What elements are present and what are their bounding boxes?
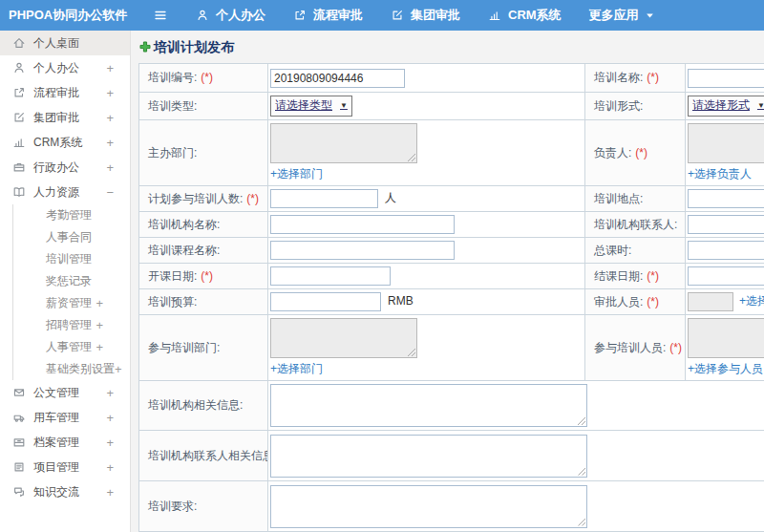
- expand-toggle-icon: +: [96, 318, 118, 332]
- expand-toggle-icon: +: [106, 436, 118, 450]
- select-participating-dept-link[interactable]: +选择部门: [270, 361, 323, 377]
- training-form-cell: 请选择形式▼: [686, 93, 764, 120]
- sidebar-subitem-training[interactable]: 培训管理: [13, 248, 130, 270]
- participating-depts-picker[interactable]: [270, 318, 417, 358]
- page-title-bar: 培训计划发布: [139, 39, 234, 56]
- sidebar-subitem-attendance[interactable]: 考勤管理: [13, 204, 130, 226]
- select-leader-link[interactable]: +选择负责人: [688, 166, 752, 182]
- sidebar-item-knowledge[interactable]: 知识交流+: [0, 479, 130, 504]
- training-name-cell: [686, 64, 764, 93]
- sidebar-item-label: 档案管理: [33, 435, 79, 451]
- nav-personal-office[interactable]: 个人办公: [196, 7, 265, 24]
- book-icon: [12, 185, 26, 199]
- sidebar-subitem-hr-mgmt[interactable]: 人事管理+: [13, 336, 130, 358]
- training-requirements-textarea[interactable]: [270, 485, 587, 528]
- end-date-input[interactable]: [688, 266, 764, 286]
- form-row: 培训编号:(*)培训名称:(*): [139, 64, 764, 93]
- menu-icon[interactable]: [150, 8, 171, 23]
- app-brand: PHPOA协同办公软件: [0, 7, 150, 24]
- leader-picker[interactable]: [688, 123, 764, 163]
- required-marker: (*): [246, 192, 259, 205]
- expand-toggle-icon: +: [106, 136, 118, 150]
- training-budget-label: 培训预算:: [139, 289, 268, 315]
- nav-more-apps[interactable]: 更多应用: [589, 7, 654, 24]
- host-dept-picker[interactable]: [270, 123, 417, 163]
- training-org-info-textarea[interactable]: [270, 384, 587, 427]
- nav-flow-approval[interactable]: 流程审批: [293, 7, 363, 24]
- approver-picker[interactable]: [688, 292, 733, 311]
- app-window: PHPOA协同办公软件 个人办公流程审批集团审批CRM系统更多应用 个人桌面个人…: [0, 0, 764, 532]
- edit-approval-icon: [12, 111, 26, 124]
- planned-participants-cell: 人: [268, 186, 585, 212]
- form-row: 培训预算:RMB审批人员:(*)+选择审批人员: [139, 289, 764, 315]
- expand-toggle-icon: +: [115, 362, 131, 376]
- training-course-name-input[interactable]: [270, 241, 455, 260]
- select-participants-link[interactable]: +选择参与人员: [688, 361, 763, 377]
- training-budget-input[interactable]: [270, 292, 381, 311]
- select-approver-link[interactable]: +选择审批人员: [739, 294, 764, 308]
- expand-toggle-icon: +: [96, 296, 118, 310]
- training-location-input[interactable]: [688, 189, 764, 208]
- select-dept-link[interactable]: +选择部门: [270, 166, 323, 182]
- sidebar-item-crm[interactable]: CRM系统+: [0, 130, 130, 155]
- sidebar-item-personal-desktop[interactable]: 个人桌面: [0, 31, 130, 55]
- sidebar-subitem-hr-contract[interactable]: 人事合同: [13, 226, 130, 248]
- sidebar-item-group-approval[interactable]: 集团审批+: [0, 105, 130, 130]
- training-no-label: 培训编号:(*): [139, 64, 268, 93]
- expand-toggle-icon: +: [106, 160, 118, 175]
- sidebar-item-project[interactable]: 项目管理+: [0, 455, 130, 479]
- sidebar-item-label: 项目管理: [33, 459, 79, 476]
- expand-toggle-icon: +: [106, 61, 118, 75]
- caret-down-icon: ▼: [757, 101, 764, 110]
- sidebar-subitem-base-category[interactable]: 基础类别设置+: [13, 358, 130, 380]
- person-icon: [196, 9, 209, 22]
- training-org-name-input[interactable]: [270, 215, 455, 234]
- sidebar-subitem-label: 薪资管理: [46, 295, 92, 311]
- form-row: 主办部门:+选择部门负责人:(*)+选择负责人: [139, 120, 764, 186]
- form-row: 培训机构名称:培训机构联系人:: [139, 212, 764, 238]
- training-org-contact-info-textarea[interactable]: [270, 435, 587, 478]
- sidebar-item-flow-approval[interactable]: 流程审批+: [0, 80, 130, 105]
- sidebar-subitem-rewards[interactable]: 奖惩记录: [13, 270, 130, 292]
- training-location-label: 培训地点:: [585, 186, 686, 212]
- sidebar-item-label: 知识交流: [33, 484, 79, 500]
- start-date-input[interactable]: [270, 266, 391, 286]
- sidebar-item-label: 人力资源: [33, 184, 79, 201]
- sidebar-item-label: 个人桌面: [33, 35, 79, 52]
- training-type-select[interactable]: 请选择类型▼: [270, 96, 352, 117]
- chat-icon: [12, 485, 26, 499]
- sidebar-subitem-label: 人事管理: [46, 339, 92, 355]
- training-form-select[interactable]: 请选择形式▼: [688, 96, 764, 117]
- planned-participants-input[interactable]: [270, 189, 378, 208]
- sidebar-item-admin-office[interactable]: 行政办公+: [0, 155, 130, 180]
- start-date-label: 开课日期:(*): [139, 264, 268, 289]
- form-row: 培训课程名称:总课时:: [139, 238, 764, 264]
- total-class-hours-label: 总课时:: [585, 238, 686, 264]
- sidebar-subitem-recruiting[interactable]: 招聘管理+: [13, 314, 130, 336]
- training-name-input[interactable]: [688, 69, 764, 88]
- sidebar-subitem-salary[interactable]: 薪资管理+: [13, 292, 130, 314]
- sidebar-item-vehicle[interactable]: 用车管理+: [0, 405, 130, 430]
- training-org-contact-input[interactable]: [688, 215, 764, 234]
- sidebar-subitem-label: 奖惩记录: [46, 273, 92, 289]
- sidebar-item-official-doc[interactable]: 公文管理+: [0, 380, 130, 405]
- sidebar-item-hr[interactable]: 人力资源−: [0, 180, 130, 204]
- planned-participants-label: 计划参与培训人数:(*): [139, 186, 268, 212]
- participating-depts-label: 参与培训部门:: [139, 315, 268, 381]
- training-no-input[interactable]: [270, 69, 405, 88]
- sidebar-item-personal-office[interactable]: 个人办公+: [0, 55, 130, 80]
- caret-down-icon: [646, 11, 654, 20]
- total-class-hours-input[interactable]: [688, 241, 764, 260]
- participants-picker[interactable]: [688, 318, 764, 358]
- sidebar-item-archive[interactable]: 档案管理+: [0, 430, 130, 455]
- page-title: 培训计划发布: [154, 39, 234, 56]
- training-org-contact-info-cell: [268, 431, 764, 481]
- nav-group-approval[interactable]: 集团审批: [391, 7, 460, 24]
- training-type-label: 培训类型:: [139, 93, 268, 120]
- form-row: 参与培训部门:+选择部门参与培训人员:(*)+选择参与人员: [139, 315, 764, 381]
- drawer-icon: [12, 436, 26, 449]
- required-marker: (*): [201, 269, 213, 283]
- home-icon: [12, 36, 26, 50]
- host-dept-label: 主办部门:: [139, 120, 268, 186]
- nav-crm[interactable]: CRM系统: [488, 7, 562, 24]
